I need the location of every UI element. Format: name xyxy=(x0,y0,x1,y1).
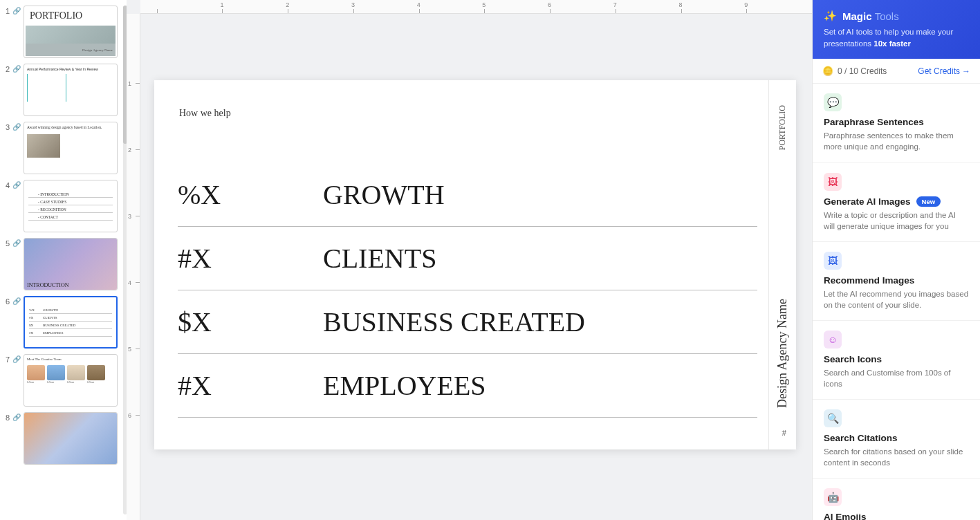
tool-paraphrase[interactable]: 💬Paraphrase SentencesParaphrase sentence… xyxy=(813,84,980,162)
tool-title: Search Citations xyxy=(824,433,898,443)
magic-tools-panel: ✨ Magic Tools Set of AI tools to help yo… xyxy=(812,0,980,520)
stat-key: #X xyxy=(178,242,323,275)
tool-title: Search Icons xyxy=(824,354,882,364)
tool-search-icons[interactable]: ☺Search IconsSearch and Customise from 1… xyxy=(813,321,980,400)
tool-title: Generate AI Images xyxy=(824,196,911,207)
tool-description: Let the AI recommend you images based on… xyxy=(824,288,969,310)
credits-count: 0 / 10 Credits xyxy=(838,66,887,76)
thumb-number: 2 xyxy=(3,64,10,73)
thumb-link-icon: 🔗 xyxy=(12,354,21,363)
thumb-number: 1 xyxy=(3,6,10,15)
thumb-number: 7 xyxy=(3,354,10,364)
wand-icon: ✨ xyxy=(824,10,837,22)
recommend-images-icon: 🖼 xyxy=(824,252,842,270)
thumb-number: 4 xyxy=(3,180,10,189)
stat-key: #X xyxy=(178,369,323,402)
credits-bar: 🪙 0 / 10 Credits Get Credits → xyxy=(813,59,980,84)
coin-icon: 🪙 xyxy=(822,66,833,76)
tool-ai-emojis[interactable]: 🤖AI EmojisTurn words into emotions with … xyxy=(813,479,980,520)
vertical-ruler: 1 2 3 4 5 6 xyxy=(127,14,140,520)
tool-description: Search for citations based on your slide… xyxy=(824,446,969,468)
slide-heading[interactable]: How we help xyxy=(179,108,231,119)
horizontal-ruler: 1 2 3 4 5 6 7 8 9 xyxy=(140,0,812,14)
search-icons-icon: ☺ xyxy=(824,331,842,349)
magic-tools-header: ✨ Magic Tools Set of AI tools to help yo… xyxy=(813,0,980,59)
tool-search-citations[interactable]: 🔍Search CitationsSearch for citations ba… xyxy=(813,400,980,479)
stat-row[interactable]: #X EMPLOYEES xyxy=(178,354,757,418)
magic-subtitle: Set of AI tools to help you make your pr… xyxy=(824,26,969,49)
thumb-link-icon: 🔗 xyxy=(12,296,21,305)
tool-description: Search and Customise from 100s of icons xyxy=(824,367,969,389)
slide-thumbnail-1[interactable]: PORTFOLIO Design Agency Name xyxy=(24,6,118,58)
thumb-number: 6 xyxy=(3,296,10,306)
slide-side-label-bottom: Design Agency Name xyxy=(768,80,796,449)
thumb-link-icon: 🔗 xyxy=(12,122,21,131)
stat-key: %X xyxy=(178,178,323,211)
stat-label: GROWTH xyxy=(323,178,445,211)
stat-label: CLIENTS xyxy=(323,242,436,275)
thumb-number: 5 xyxy=(3,238,10,248)
slide-thumbnail-2[interactable]: Annual Performance Review & Year In Revi… xyxy=(24,64,118,116)
tool-description: Write a topic or description and the AI … xyxy=(824,210,969,232)
slide-thumbnail-7[interactable]: Meet The Creative Team K-Team K-Team K-T… xyxy=(24,354,118,407)
tool-title: Recommend Images xyxy=(824,275,914,286)
stat-row[interactable]: $X BUSINESS CREATED xyxy=(178,290,757,354)
stat-row[interactable]: #X CLIENTS xyxy=(178,227,757,290)
paraphrase-icon: 💬 xyxy=(824,93,842,111)
tool-title: Paraphrase Sentences xyxy=(824,117,924,127)
arrow-right-icon: → xyxy=(962,66,970,76)
slide-thumbnail-3[interactable]: Award winning design agency based in Loc… xyxy=(24,122,118,174)
slide-thumbnail-4[interactable]: - INTRODUCTION - CASE STUDIES - RECOGNIT… xyxy=(24,180,118,232)
stat-label: EMPLOYEES xyxy=(323,369,486,402)
gen-images-icon: 🖼 xyxy=(824,173,842,191)
slide-thumbnails-panel: 1 🔗 PORTFOLIO Design Agency Name 2 🔗 Ann… xyxy=(0,0,121,520)
slide-thumbnail-5[interactable]: INTRODUCTION xyxy=(24,238,118,290)
get-credits-link[interactable]: Get Credits → xyxy=(918,66,970,76)
new-badge: New xyxy=(916,196,941,207)
stat-key: $X xyxy=(178,306,323,338)
tool-recommend-images[interactable]: 🖼Recommend ImagesLet the AI recommend yo… xyxy=(813,242,980,321)
thumb-link-icon: 🔗 xyxy=(12,238,21,247)
thumb-number: 3 xyxy=(3,122,10,131)
thumb-link-icon: 🔗 xyxy=(12,180,21,189)
stat-label: BUSINESS CREATED xyxy=(323,306,585,338)
search-citations-icon: 🔍 xyxy=(824,409,842,427)
tool-title: AI Emojis xyxy=(824,512,867,520)
ai-emojis-icon: 🤖 xyxy=(824,488,842,506)
stat-row[interactable]: %X GROWTH xyxy=(178,163,757,227)
slide-thumbnail-8[interactable] xyxy=(24,412,118,465)
slide-thumbnail-6[interactable]: %XGROWTH #XCLIENTS $XBUSINESS CREATED #X… xyxy=(24,296,118,349)
slide-canvas-area: 1 2 3 4 5 6 7 8 9 1 2 3 4 5 6 How we hel… xyxy=(127,0,812,520)
thumb-link-icon: 🔗 xyxy=(12,64,21,73)
thumb-link-icon: 🔗 xyxy=(12,6,21,15)
tool-gen-images[interactable]: 🖼Generate AI ImagesNewWrite a topic or d… xyxy=(813,163,980,242)
slide-canvas[interactable]: How we help %X GROWTH #X CLIENTS $X BUSI… xyxy=(154,80,796,449)
stat-rows: %X GROWTH #X CLIENTS $X BUSINESS CREATED… xyxy=(178,163,757,418)
thumb-number: 8 xyxy=(3,412,10,422)
slide-page-number: # xyxy=(782,427,787,438)
tool-description: Paraphrase sentences to make them more u… xyxy=(824,130,969,152)
thumb-link-icon: 🔗 xyxy=(12,412,21,421)
